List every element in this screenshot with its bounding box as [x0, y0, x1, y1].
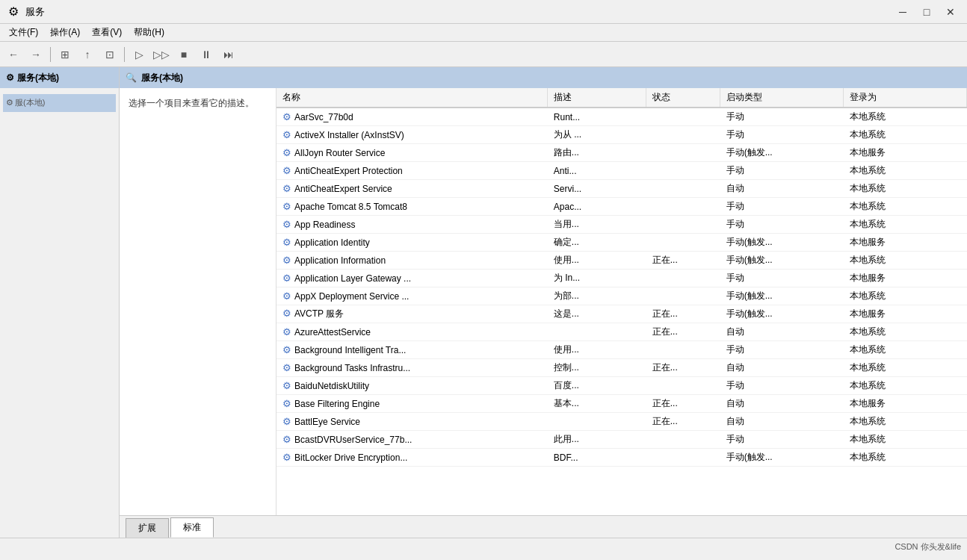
- table-row[interactable]: ⚙ActiveX Installer (AxInstSV)为从 ...手动本地系…: [276, 126, 967, 144]
- table-row[interactable]: ⚙AllJoyn Router Service路由...手动(触发...本地服务: [276, 144, 967, 162]
- content-area: 🔍 服务(本地) 选择一个项目来查看它的描述。 名称 描述 状态 启动类型: [120, 67, 967, 538]
- service-status-cell: 正在...: [646, 359, 720, 377]
- service-status-cell: [646, 234, 720, 252]
- service-logon-cell: 本地系统: [844, 108, 967, 126]
- service-name: AntiCheatExpert Protection: [294, 166, 403, 176]
- table-row[interactable]: ⚙Apache Tomcat 8.5 Tomcat8Apac...手动本地系统: [276, 198, 967, 216]
- sidebar-header: ⚙ 服务(本地): [0, 67, 119, 88]
- table-row[interactable]: ⚙AntiCheatExpert ServiceServi...自动本地系统: [276, 180, 967, 198]
- left-description: 选择一个项目来查看它的描述。: [120, 88, 276, 515]
- service-icon: ⚙: [282, 165, 291, 176]
- table-row[interactable]: ⚙BaiduNetdiskUtility百度...手动本地系统: [276, 377, 967, 395]
- service-icon: ⚙: [282, 362, 291, 373]
- menu-file[interactable]: 文件(F): [3, 25, 44, 40]
- content-header-icon: 🔍: [126, 72, 137, 83]
- service-desc-cell: Servi...: [548, 180, 646, 198]
- service-name: AVCTP 服务: [294, 308, 344, 319]
- step-forward-button[interactable]: ⏭: [218, 45, 239, 64]
- menu-view[interactable]: 查看(V): [86, 25, 128, 40]
- service-startup-cell: 手动: [720, 108, 844, 126]
- service-name-cell: ⚙Apache Tomcat 8.5 Tomcat8: [276, 198, 548, 216]
- properties-button[interactable]: ⊡: [99, 45, 120, 64]
- content-header: 🔍 服务(本地): [120, 67, 967, 88]
- table-row[interactable]: ⚙BattlEye Service正在...自动本地系统: [276, 413, 967, 431]
- table-row[interactable]: ⚙AntiCheatExpert ProtectionAnti...手动本地系统: [276, 162, 967, 180]
- service-status-cell: [646, 162, 720, 180]
- service-name-cell: ⚙BitLocker Drive Encryption...: [276, 449, 548, 467]
- table-row[interactable]: ⚙Base Filtering Engine基本...正在...自动本地服务: [276, 395, 967, 413]
- service-status-cell: [646, 180, 720, 198]
- services-local-icon: ⚙: [6, 96, 13, 111]
- service-name-cell: ⚙ActiveX Installer (AxInstSV): [276, 126, 548, 144]
- service-desc-cell: Anti...: [548, 162, 646, 180]
- table-row[interactable]: ⚙Application Layer Gateway ...为 In...手动本…: [276, 270, 967, 287]
- menu-action[interactable]: 操作(A): [44, 25, 86, 40]
- fast-forward-button[interactable]: ▷▷: [151, 45, 172, 64]
- title-bar: ⚙ 服务 ─ □ ✕: [0, 0, 967, 24]
- service-logon-cell: 本地系统: [844, 431, 967, 449]
- table-row[interactable]: ⚙Application Information使用...正在...手动(触发.…: [276, 252, 967, 270]
- service-icon: ⚙: [282, 147, 291, 158]
- services-table-container[interactable]: 名称 描述 状态 启动类型 登录为 ⚙AarSvc_77b0dRunt...手动…: [276, 88, 967, 515]
- table-row[interactable]: ⚙AppX Deployment Service ...为部...手动(触发..…: [276, 287, 967, 305]
- service-logon-cell: 本地系统: [844, 287, 967, 305]
- service-name: BaiduNetdiskUtility: [294, 381, 369, 391]
- service-name: AarSvc_77b0d: [294, 112, 353, 122]
- stop-button[interactable]: ■: [173, 45, 194, 64]
- table-row[interactable]: ⚙AzureAttestService正在...自动本地系统: [276, 323, 967, 341]
- table-row[interactable]: ⚙AarSvc_77b0dRunt...手动本地系统: [276, 108, 967, 126]
- service-status-cell: [646, 108, 720, 126]
- close-button[interactable]: ✕: [940, 4, 961, 19]
- service-icon: ⚙: [282, 380, 291, 391]
- sidebar-header-icon: ⚙: [6, 72, 14, 83]
- col-desc[interactable]: 描述: [548, 88, 646, 108]
- toolbar-separator-1: [50, 47, 51, 62]
- service-desc-cell: 使用...: [548, 341, 646, 359]
- col-startup[interactable]: 启动类型: [720, 88, 844, 108]
- service-startup-cell: 自动: [720, 180, 844, 198]
- service-icon: ⚙: [282, 255, 291, 266]
- table-row[interactable]: ⚙Application Identity确定...手动(触发...本地服务: [276, 234, 967, 252]
- service-desc-cell: 确定...: [548, 234, 646, 252]
- service-name: AllJoyn Router Service: [294, 148, 385, 158]
- service-startup-cell: 手动: [720, 126, 844, 144]
- back-button[interactable]: ←: [3, 45, 24, 64]
- content-header-label: 服务(本地): [141, 72, 183, 84]
- col-name[interactable]: 名称: [276, 88, 548, 108]
- table-row[interactable]: ⚙BcastDVRUserService_77b...此用...手动本地系统: [276, 431, 967, 449]
- service-desc-cell: 基本...: [548, 395, 646, 413]
- menu-help[interactable]: 帮助(H): [128, 25, 170, 40]
- service-name-cell: ⚙Base Filtering Engine: [276, 395, 548, 413]
- service-startup-cell: 手动: [720, 377, 844, 395]
- service-desc-cell: [548, 323, 646, 341]
- maximize-button[interactable]: □: [916, 4, 937, 19]
- pause-button[interactable]: ⏸: [196, 45, 217, 64]
- col-logon[interactable]: 登录为: [844, 88, 967, 108]
- table-row[interactable]: ⚙AVCTP 服务这是...正在...手动(触发...本地服务: [276, 305, 967, 323]
- service-icon: ⚙: [282, 344, 291, 355]
- table-row[interactable]: ⚙Background Tasks Infrastru...控制...正在...…: [276, 359, 967, 377]
- play-button[interactable]: ▷: [129, 45, 149, 64]
- tab-standard[interactable]: 标准: [170, 517, 214, 538]
- up-button[interactable]: ↑: [77, 45, 98, 64]
- service-name-cell: ⚙Background Intelligent Tra...: [276, 341, 548, 359]
- service-icon: ⚙: [282, 237, 291, 248]
- service-desc-cell: 这是...: [548, 305, 646, 323]
- forward-button[interactable]: →: [25, 45, 46, 64]
- services-table: 名称 描述 状态 启动类型 登录为 ⚙AarSvc_77b0dRunt...手动…: [276, 88, 967, 467]
- col-status[interactable]: 状态: [646, 88, 720, 108]
- show-tree-button[interactable]: ⊞: [55, 45, 75, 64]
- toolbar: ← → ⊞ ↑ ⊡ ▷ ▷▷ ■ ⏸ ⏭: [0, 42, 967, 67]
- service-name-cell: ⚙Application Layer Gateway ...: [276, 270, 548, 287]
- service-logon-cell: 本地系统: [844, 162, 967, 180]
- tab-expand[interactable]: 扩展: [126, 518, 169, 538]
- service-name: Background Tasks Infrastru...: [294, 363, 410, 373]
- table-row[interactable]: ⚙BitLocker Drive Encryption...BDF...手动(触…: [276, 449, 967, 467]
- minimize-button[interactable]: ─: [892, 4, 913, 19]
- service-logon-cell: 本地系统: [844, 252, 967, 270]
- sidebar-item-services-local[interactable]: ⚙ 服(本地): [3, 94, 116, 112]
- service-name-cell: ⚙Background Tasks Infrastru...: [276, 359, 548, 377]
- service-startup-cell: 手动: [720, 341, 844, 359]
- table-row[interactable]: ⚙App Readiness当用...手动本地系统: [276, 216, 967, 234]
- table-row[interactable]: ⚙Background Intelligent Tra...使用...手动本地系…: [276, 341, 967, 359]
